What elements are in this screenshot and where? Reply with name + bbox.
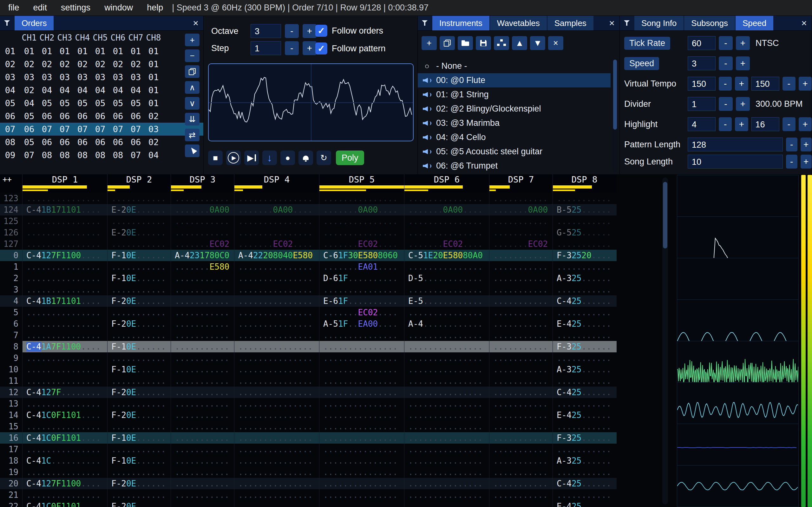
- instrument-move-down-button[interactable]: ▼: [530, 36, 545, 50]
- pattern-cell[interactable]: ...........: [489, 432, 553, 444]
- pattern-cell[interactable]: ...........: [489, 489, 553, 501]
- pattern-cell[interactable]: A-4............: [404, 318, 489, 330]
- pattern-cell[interactable]: ...........: [171, 193, 234, 204]
- order-row-number[interactable]: 07: [0, 123, 20, 135]
- poly-toggle-button[interactable]: Poly: [336, 151, 364, 165]
- pattern-cell[interactable]: ...............: [234, 227, 319, 238]
- order-cell[interactable]: 08: [56, 149, 73, 162]
- pattern-cell[interactable]: ...........: [171, 501, 234, 507]
- pattern-cell[interactable]: .......EC02....: [319, 238, 404, 250]
- pattern-cell[interactable]: C-425......: [553, 295, 616, 307]
- pattern-cell[interactable]: .......EA01....: [319, 261, 404, 273]
- pattern-cell[interactable]: ...............: [404, 444, 489, 455]
- virtual-tempo-denominator-input[interactable]: 150: [751, 77, 779, 91]
- pattern-cell[interactable]: ...........: [553, 352, 616, 364]
- order-cell[interactable]: 03: [109, 71, 127, 83]
- pattern-cell[interactable]: ...............: [22, 421, 107, 432]
- pattern-cell[interactable]: ...........: [107, 489, 171, 501]
- pattern-cell[interactable]: E-20E......: [107, 204, 171, 216]
- order-cell[interactable]: 03: [73, 71, 91, 83]
- order-cell[interactable]: 04: [56, 83, 73, 97]
- order-cell[interactable]: 01: [38, 45, 56, 58]
- order-cell[interactable]: 06: [56, 110, 73, 123]
- pattern-cell[interactable]: ...........: [171, 295, 234, 307]
- pattern-cell[interactable]: F-10E......: [107, 273, 171, 284]
- highlight-first-increase-button[interactable]: +: [735, 117, 748, 131]
- pattern-cell[interactable]: ...........: [553, 330, 616, 341]
- pattern-cell[interactable]: F-20E......: [107, 501, 171, 507]
- pattern-cell[interactable]: ...........: [171, 478, 234, 489]
- pattern-cell[interactable]: ...............: [22, 318, 107, 330]
- channel-name[interactable]: DSP 8: [553, 175, 616, 185]
- pattern-cell[interactable]: ...........: [171, 409, 234, 421]
- orders-move-down-button[interactable]: ∨: [185, 97, 200, 110]
- speed-input[interactable]: 3: [688, 56, 716, 70]
- order-cell[interactable]: 02: [145, 135, 162, 149]
- pattern-cell[interactable]: E-61F..........: [319, 295, 404, 307]
- channel-name[interactable]: DSP 6: [404, 175, 489, 185]
- song-length-decrease-button[interactable]: -: [786, 155, 798, 169]
- pattern-cell[interactable]: ...........: [489, 421, 553, 432]
- pattern-extra-buttons[interactable]: ++: [0, 174, 22, 193]
- menu-help[interactable]: help: [147, 3, 163, 13]
- instrument-list-item[interactable]: 05: @5 Acoustic steel guitar: [418, 145, 611, 159]
- order-cell[interactable]: 05: [20, 135, 38, 149]
- pattern-cell[interactable]: C-51E20E58080A0: [404, 250, 489, 261]
- order-cell[interactable]: 02: [127, 58, 145, 71]
- virtual-tempo-num-increase-button[interactable]: +: [735, 77, 748, 91]
- song-length-increase-button[interactable]: +: [801, 155, 812, 169]
- order-cell[interactable]: 06: [91, 110, 109, 123]
- order-cell[interactable]: 02: [20, 58, 38, 71]
- tick-rate-decrease-button[interactable]: -: [719, 36, 733, 50]
- follow-orders-checkbox[interactable]: [315, 25, 327, 37]
- pattern-cell[interactable]: .......0A00: [171, 204, 234, 216]
- pattern-cell[interactable]: ...............: [234, 409, 319, 421]
- pattern-cell[interactable]: ...............: [319, 478, 404, 489]
- pattern-cell[interactable]: ...........: [171, 318, 234, 330]
- pattern-cell[interactable]: ...............: [404, 387, 489, 398]
- orders-remove-button[interactable]: −: [185, 49, 200, 62]
- pattern-cell[interactable]: ...............: [319, 216, 404, 227]
- pattern-cell[interactable]: ...............: [22, 352, 107, 364]
- pattern-cell[interactable]: ...........: [553, 398, 616, 409]
- step-input[interactable]: 1: [251, 41, 281, 55]
- pattern-cell[interactable]: ...........: [107, 238, 171, 250]
- pattern-cell[interactable]: ...............: [234, 375, 319, 387]
- pattern-cell[interactable]: ...........: [489, 409, 553, 421]
- order-cell[interactable]: 02: [20, 83, 38, 97]
- pattern-cell[interactable]: ...............: [404, 193, 489, 204]
- pattern-cell[interactable]: ...............: [22, 284, 107, 295]
- pattern-cell[interactable]: ...............: [319, 455, 404, 466]
- pattern-cell[interactable]: A-325......: [553, 273, 616, 284]
- pattern-length-increase-button[interactable]: +: [801, 137, 812, 152]
- pattern-cell[interactable]: ...........: [107, 421, 171, 432]
- order-cell[interactable]: 04: [38, 83, 56, 97]
- pattern-cell[interactable]: ...........: [107, 307, 171, 318]
- order-cell[interactable]: 04: [109, 83, 127, 97]
- pattern-cell[interactable]: ...........: [107, 193, 171, 204]
- instrument-list-item[interactable]: ○- None -: [418, 59, 611, 73]
- tick-rate-button[interactable]: Tick Rate: [624, 37, 670, 50]
- pattern-cell[interactable]: ...........: [489, 295, 553, 307]
- pattern-cell[interactable]: ...............: [22, 261, 107, 273]
- pattern-cell[interactable]: ...............: [22, 375, 107, 387]
- close-icon[interactable]: ×: [188, 16, 203, 31]
- pattern-cell[interactable]: ...........: [553, 238, 616, 250]
- pattern-cell[interactable]: ...............: [319, 227, 404, 238]
- pattern-cell[interactable]: ...............: [319, 409, 404, 421]
- pattern-cell[interactable]: ...............: [319, 444, 404, 455]
- close-icon[interactable]: ×: [797, 16, 812, 31]
- pattern-cell[interactable]: ...............: [22, 227, 107, 238]
- pattern-cell[interactable]: F-20E......: [107, 318, 171, 330]
- pattern-cell[interactable]: D-5............: [404, 273, 489, 284]
- pattern-cell[interactable]: ...........: [171, 352, 234, 364]
- pattern-cell[interactable]: ...........: [489, 444, 553, 455]
- highlight-first-decrease-button[interactable]: -: [719, 117, 732, 131]
- song-tab-subsongs[interactable]: Subsongs: [684, 16, 735, 31]
- pattern-cell[interactable]: ...........: [553, 375, 616, 387]
- order-cell[interactable]: 01: [73, 45, 91, 58]
- pattern-cell[interactable]: ...............: [319, 501, 404, 507]
- order-cell[interactable]: 06: [20, 123, 38, 135]
- window-collapse-icon[interactable]: [623, 20, 630, 26]
- channel-name[interactable]: DSP 2: [107, 175, 171, 185]
